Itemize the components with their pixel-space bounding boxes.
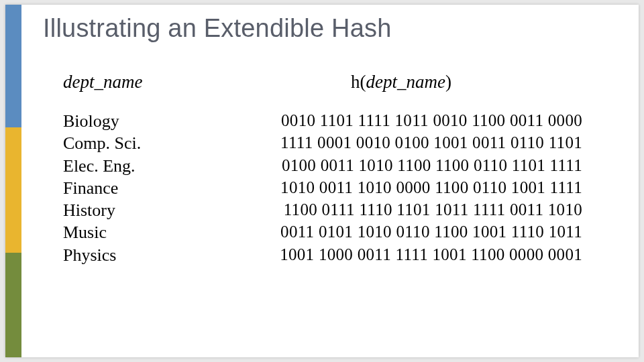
dept-cell: History <box>63 199 209 221</box>
slide-title: Illustrating an Extendible Hash <box>43 14 392 43</box>
header-hash: h(dept_name) <box>220 72 582 93</box>
header-hash-close: ) <box>445 72 451 92</box>
table-row: History 1100 0111 1110 1101 1011 1111 00… <box>63 199 593 221</box>
dept-cell: Music <box>63 221 209 243</box>
header-dept: dept_name <box>63 72 220 93</box>
hash-cell: 1010 0011 1010 0000 1100 0110 1001 1111 <box>209 177 582 199</box>
header-hash-fn: h <box>351 72 360 92</box>
hash-cell: 1001 1000 0011 1111 1001 1100 0000 0001 <box>209 244 582 266</box>
dept-cell: Finance <box>63 177 209 199</box>
hash-cell: 1111 0001 0010 0100 1001 0011 0110 1101 <box>209 132 582 154</box>
table-row: Elec. Eng. 0100 0011 1010 1100 1100 0110… <box>63 155 593 177</box>
hash-cell: 0010 1101 1111 1011 0010 1100 0011 0000 <box>209 110 582 132</box>
sidebar-yellow <box>5 127 21 253</box>
sidebar-green <box>5 253 21 357</box>
dept-cell: Biology <box>63 110 209 132</box>
hash-cell: 1100 0111 1110 1101 1011 1111 0011 1010 <box>209 199 582 221</box>
table-row: Comp. Sci. 1111 0001 0010 0100 1001 0011… <box>63 132 593 154</box>
dept-cell: Comp. Sci. <box>63 132 209 154</box>
table-header-row: dept_name h(dept_name) <box>63 72 593 93</box>
table-row: Finance 1010 0011 1010 0000 1100 0110 10… <box>63 177 593 199</box>
hash-cell: 0011 0101 1010 0110 1100 1001 1110 1011 <box>209 221 582 243</box>
header-hash-arg: dept_name <box>366 72 445 92</box>
hash-cell: 0100 0011 1010 1100 1100 0110 1101 1111 <box>209 155 582 177</box>
header-hash-open: ( <box>360 72 366 92</box>
content-area: dept_name h(dept_name) Biology 0010 1101… <box>63 72 593 266</box>
table-row: Music 0011 0101 1010 0110 1100 1001 1110… <box>63 221 593 243</box>
slide: Illustrating an Extendible Hash dept_nam… <box>5 5 639 357</box>
table-row: Physics 1001 1000 0011 1111 1001 1100 00… <box>63 244 593 266</box>
color-sidebar <box>5 5 21 357</box>
table-row: Biology 0010 1101 1111 1011 0010 1100 00… <box>63 110 593 132</box>
sidebar-blue <box>5 5 21 127</box>
dept-cell: Physics <box>63 244 209 266</box>
dept-cell: Elec. Eng. <box>63 155 209 177</box>
